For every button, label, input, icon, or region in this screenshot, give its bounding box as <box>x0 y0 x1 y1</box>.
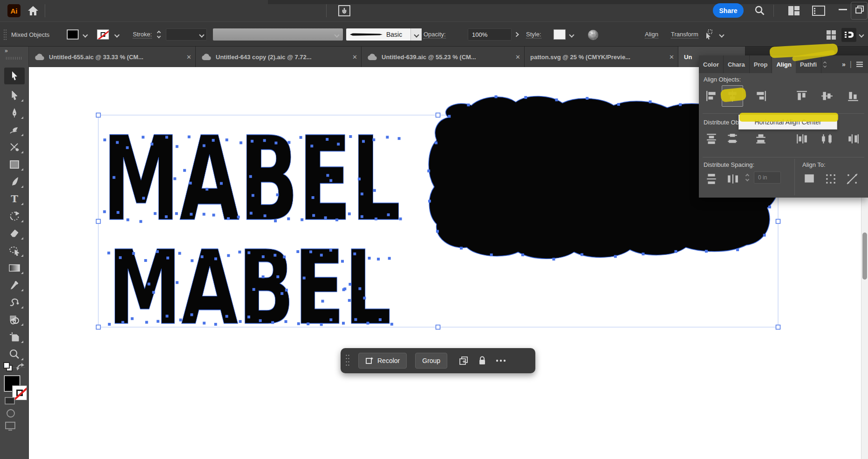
distribute-left-button[interactable] <box>795 131 809 146</box>
panel-tab[interactable]: Prop <box>750 55 772 73</box>
quickbar-grip[interactable] <box>345 354 350 368</box>
panel-collapse-icon[interactable]: » <box>842 61 846 68</box>
transform-link[interactable]: Transform <box>671 31 698 39</box>
panel-menu-icon[interactable] <box>856 62 863 67</box>
tab-close-icon[interactable]: ✕ <box>669 54 674 61</box>
curvature-tool[interactable] <box>4 123 25 137</box>
tab-close-icon[interactable]: ✕ <box>186 54 191 61</box>
select-similar-chevron-icon[interactable] <box>719 32 724 37</box>
artboard-tool[interactable] <box>4 329 25 344</box>
align-h-center-button[interactable] <box>725 89 739 103</box>
swap-fill-stroke-icon[interactable] <box>16 363 25 371</box>
more-options-icon[interactable] <box>495 355 507 367</box>
align-left-button[interactable] <box>704 89 718 103</box>
distribute-bottom-button[interactable] <box>754 131 768 146</box>
lasso-tool[interactable] <box>4 243 25 258</box>
spacing-value-field[interactable]: 0 in <box>754 171 781 184</box>
duplicate-icon[interactable] <box>458 355 470 367</box>
stroke-weight-chevron-icon[interactable] <box>199 32 204 37</box>
arrange-documents-icon[interactable] <box>787 5 800 16</box>
brush-chevron-button[interactable]: [data-name="brush-chevron-button"] .chev… <box>410 28 422 41</box>
direct-selection-tool[interactable] <box>4 88 25 103</box>
lock-icon[interactable] <box>476 355 488 367</box>
workspace-panel-icon[interactable] <box>812 5 826 16</box>
pen-tool[interactable] <box>4 105 25 120</box>
workspace-switcher-chevron-icon[interactable] <box>859 32 864 37</box>
group-button[interactable]: Group <box>415 353 447 369</box>
stroke-weight-stepper[interactable] <box>155 28 163 41</box>
toolbar-grip[interactable] <box>6 57 23 60</box>
distribute-spacing-horizontal-button[interactable] <box>726 171 740 186</box>
controlbar-grip[interactable] <box>3 29 7 40</box>
toolbar-expand-icon[interactable]: » <box>5 48 9 54</box>
style-label[interactable]: Style: <box>526 31 541 39</box>
minimize-button[interactable] <box>839 9 847 11</box>
recolor-button[interactable]: Recolor <box>358 353 407 369</box>
distribute-right-button[interactable] <box>846 131 860 146</box>
selection-tool[interactable] <box>4 68 25 84</box>
share-button[interactable]: Share <box>713 3 744 18</box>
tab-close-icon[interactable]: ✕ <box>352 54 357 61</box>
align-to-artboard-button[interactable] <box>802 171 816 186</box>
workspace-switcher-icon[interactable] <box>841 28 856 42</box>
fill-chevron-icon[interactable] <box>83 32 88 37</box>
search-icon[interactable] <box>754 5 765 16</box>
distribute-spacing-vertical-button[interactable] <box>704 171 718 186</box>
document-tab[interactable]: patton.svg @ 25 % (CMYK/Previe... ✕ <box>525 47 678 67</box>
style-swatch[interactable] <box>554 29 566 40</box>
align-right-button[interactable] <box>754 89 768 103</box>
align-bottom-button[interactable] <box>846 89 860 103</box>
gradient-tool[interactable] <box>4 260 25 275</box>
color-mode-icon[interactable] <box>5 397 15 404</box>
align-v-center-button[interactable] <box>820 89 834 103</box>
align-link[interactable]: Align <box>645 31 658 39</box>
distribute-v-center-button[interactable] <box>725 131 739 146</box>
fill-swatch[interactable] <box>67 29 79 40</box>
stroke-label[interactable]: Stroke: <box>133 31 152 39</box>
panel-tab[interactable]: Pathfi <box>796 55 821 73</box>
home-icon[interactable] <box>27 5 39 16</box>
distribute-top-button[interactable] <box>704 131 718 146</box>
opacity-label[interactable]: Opacity: <box>424 31 446 39</box>
shaper-tool[interactable] <box>4 140 25 155</box>
shape-builder-tool[interactable] <box>4 312 25 327</box>
stroke-swatch[interactable] <box>97 29 109 40</box>
align-to-selection-button[interactable] <box>824 171 838 186</box>
select-similar-icon[interactable] <box>704 29 716 40</box>
scrollbar-thumb[interactable] <box>862 233 867 280</box>
align-top-button[interactable] <box>795 89 809 103</box>
type-tool[interactable]: T <box>4 192 25 206</box>
distribute-h-center-button[interactable] <box>820 131 834 146</box>
stroke-swatch-chevron-icon[interactable] <box>115 32 119 37</box>
panel-tab[interactable]: Align <box>772 55 796 73</box>
paintbrush-tool[interactable] <box>4 174 25 189</box>
panel-tab[interactable]: Chara <box>724 55 750 73</box>
align-objects-label: Align Objects: <box>704 76 741 83</box>
align-to-key-object-button[interactable] <box>845 171 859 186</box>
touch-workspace-icon[interactable] <box>337 4 351 17</box>
panel-tab[interactable]: Color <box>699 55 724 73</box>
eraser-tool[interactable] <box>4 226 25 241</box>
brush-definition-dropdown[interactable]: Basic <box>346 28 410 41</box>
opacity-expand-button[interactable] <box>512 28 522 41</box>
color-ball-icon[interactable] <box>587 29 599 41</box>
document-tab[interactable]: Untitled-655.aic @ 33.33 % (CM... ✕ <box>29 47 196 67</box>
document-tab[interactable]: Untitled-643 copy (2).aic @ 7.72... ✕ <box>196 47 362 67</box>
illustrator-logo-icon[interactable]: Ai <box>7 4 21 17</box>
eyedropper-tool[interactable] <box>4 278 25 293</box>
rotate-tool[interactable] <box>4 209 25 224</box>
restore-button[interactable] <box>855 6 864 14</box>
tab-close-icon[interactable]: ✕ <box>515 54 520 61</box>
tab-scrub-icon[interactable] <box>821 55 828 73</box>
rectangle-tool[interactable] <box>4 157 25 172</box>
zoom-tool[interactable] <box>4 347 25 362</box>
opacity-field[interactable]: 100% <box>468 28 512 41</box>
mini-fill-stroke-icon[interactable] <box>3 362 14 372</box>
workspace-grid-icon[interactable] <box>826 29 837 41</box>
document-tab[interactable]: Untitled-639.aic @ 55.23 % (CM... ✕ <box>362 47 525 67</box>
screen-mode-icon[interactable] <box>5 421 16 431</box>
draw-mode-icon[interactable] <box>6 408 16 418</box>
warp-tool[interactable] <box>4 295 25 310</box>
spacing-stepper[interactable] <box>744 171 751 184</box>
style-chevron-icon[interactable] <box>569 32 574 37</box>
